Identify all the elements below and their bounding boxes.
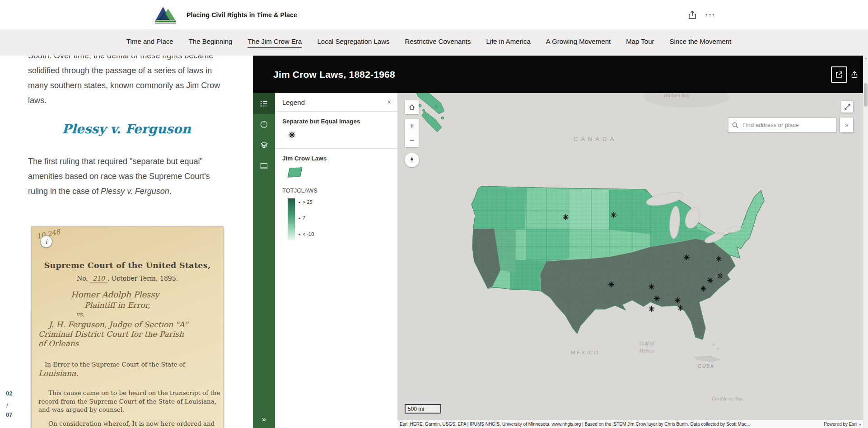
legend-tool-button[interactable]: [253, 93, 275, 114]
page-counter: 02 / 07: [6, 390, 12, 418]
document-petitioner: Homer Adolph Plessy: [71, 290, 159, 299]
more-options-button[interactable]: ···: [705, 11, 716, 19]
nav-tab-the-beginning[interactable]: The Beginning: [189, 38, 233, 48]
story-panel: South. Over time, the denial of these ri…: [0, 56, 253, 428]
map-panel: Jim Crow Laws, 1882-1968: [253, 56, 863, 428]
document-body-line: record from the Supreme Court of the Sta…: [38, 398, 216, 405]
separate-but-equal-marker[interactable]: [684, 254, 690, 260]
ramp-gradient-bar: [288, 198, 295, 240]
zoom-in-button[interactable]: +: [405, 119, 419, 133]
share-map-icon[interactable]: [851, 71, 858, 78]
gulf-of-mexico-label: Mexico: [639, 348, 654, 353]
map-search-box: [728, 118, 836, 132]
ramp-label-min: < -10: [303, 231, 314, 237]
image-info-button[interactable]: i: [40, 235, 52, 248]
compass-button[interactable]: [405, 153, 419, 167]
gulf-of-mexico-label: Gulf of: [639, 341, 655, 347]
attribution-expand-icon[interactable]: ▲: [859, 423, 862, 426]
basemap-icon: [260, 163, 268, 169]
nav-tab-map-tour[interactable]: Map Tour: [626, 38, 654, 48]
document-body-line: and was argued by counsel.: [38, 406, 124, 413]
home-icon: [408, 103, 415, 111]
page-divider: /: [6, 402, 12, 409]
map-header: Jim Crow Laws, 1882-1968: [253, 56, 863, 93]
nav-tab-time-and-place[interactable]: Time and Place: [126, 38, 173, 48]
ramp-tick-icon: ◄: [298, 201, 301, 204]
home-extent-button[interactable]: [405, 100, 419, 114]
legend-layer-laws: Jim Crow Laws: [282, 155, 390, 162]
zoom-controls: + −: [405, 119, 419, 147]
separate-but-equal-marker[interactable]: [649, 306, 654, 311]
legend-ramp-title: TOTJCLAWS: [282, 187, 390, 194]
legend-title: Legend: [282, 99, 305, 106]
info-icon: [260, 121, 268, 128]
page-scrollbar[interactable]: ▲: [863, 56, 868, 428]
document-vs: vs.: [76, 311, 84, 318]
powered-by-esri[interactable]: Powered by Esri: [824, 422, 857, 427]
separate-but-equal-marker[interactable]: [716, 255, 722, 261]
expand-sidebar-button[interactable]: »: [253, 415, 275, 423]
document-respondent-line: of Orleans: [38, 339, 79, 348]
page-current: 02: [6, 390, 12, 397]
legend-close-button[interactable]: ×: [387, 98, 392, 107]
scrollbar-up-arrow[interactable]: ▲: [863, 57, 868, 60]
layers-tool-button[interactable]: [253, 135, 275, 155]
separate-but-equal-marker[interactable]: [675, 297, 681, 303]
separate-but-equal-marker[interactable]: [654, 295, 660, 301]
ramp-tick-icon: ◄: [298, 216, 301, 220]
plessy-court-document-image[interactable]: 10,248 i Supreme Court of the United Sta…: [31, 226, 224, 428]
separate-but-equal-marker[interactable]: [649, 283, 654, 289]
search-expand-button[interactable]: »: [840, 118, 853, 132]
scalebar: 500 mi: [405, 404, 441, 414]
open-map-in-new-window-button[interactable]: [831, 66, 847, 83]
document-petitioner-role: Plaintiff in Error,: [84, 301, 150, 310]
document-in-error-line: Louisiana.: [38, 369, 79, 378]
legend-layer-images: Separate but Equal Images: [282, 118, 390, 125]
nav-tab-list: Time and PlaceThe BeginningThe Jim Crow …: [0, 38, 731, 48]
map-search-input[interactable]: [742, 121, 832, 129]
page-total: 07: [6, 411, 12, 418]
map-canvas[interactable]: Hudson Bay CANADA MÉXICO Gulf of Mexico …: [397, 93, 863, 428]
separate-but-equal-marker[interactable]: [611, 212, 616, 217]
top-header: Placing Civil Rights in Time & Place ···: [0, 0, 868, 30]
ramp-label-max: > 25: [303, 199, 313, 205]
map-body: » Legend × Separate but Equal Images: [253, 93, 863, 428]
separate-but-equal-marker[interactable]: [608, 281, 614, 287]
paragraph-text: .: [169, 187, 172, 196]
share-button[interactable]: [688, 10, 696, 19]
separate-but-equal-marker[interactable]: [563, 214, 569, 220]
measure-button[interactable]: [841, 101, 853, 113]
separate-but-equal-marker[interactable]: [717, 273, 723, 278]
document-respondent-line: J. H. Ferguson, Judge of Section "A": [49, 320, 188, 329]
nav-tab-a-growing-movement[interactable]: A Growing Movement: [546, 38, 611, 48]
jim-crow-laws-swatch: [288, 168, 303, 178]
scrollbar-thumb[interactable]: [864, 83, 868, 107]
nav-tab-the-jim-crow-era[interactable]: The Jim Crow Era: [247, 38, 302, 48]
info-tool-button[interactable]: [253, 114, 275, 135]
story-paragraph-plessy: The first ruling that required "separate…: [28, 154, 229, 199]
canada-label: CANADA: [574, 136, 617, 142]
layers-icon: [260, 141, 268, 149]
separate-but-equal-marker[interactable]: [707, 277, 713, 283]
separate-but-equal-marker[interactable]: [677, 305, 683, 310]
nav-tab-restrictive-covenants[interactable]: Restrictive Covenants: [405, 38, 471, 48]
attribution-text: Esri, HERE, Garmin, USGS, EPA | IPUMS NH…: [400, 422, 820, 427]
nav-tab-life-in-america[interactable]: Life in America: [486, 38, 530, 48]
zoom-out-button[interactable]: −: [405, 133, 419, 147]
nav-tab-local-segregation-laws[interactable]: Local Segregation Laws: [317, 38, 389, 48]
scalebar-label: 500 mi: [408, 406, 424, 412]
term-prefix: No.: [77, 275, 88, 282]
ramp-label-mid: 7: [303, 215, 305, 221]
document-body-line: On consideration whereof, It is now here…: [48, 420, 215, 427]
story-nav: Time and PlaceThe BeginningThe Jim Crow …: [0, 29, 868, 56]
storymap-app: Placing Civil Rights in Time & Place ···…: [0, 0, 868, 428]
document-term-line: No. 210, October Term, 1895.: [31, 275, 224, 282]
basemap-tool-button[interactable]: [253, 155, 275, 176]
basemap: Hudson Bay CANADA MÉXICO Gulf of Mexico …: [397, 93, 863, 428]
map-title: Jim Crow Laws, 1882-1968: [273, 69, 395, 80]
nav-tab-since-the-movement[interactable]: Since the Movement: [670, 38, 732, 48]
document-respondent-line: Criminal District Court for the Parish: [38, 329, 184, 339]
app-title: Placing Civil Rights in Time & Place: [187, 11, 297, 19]
separate-but-equal-marker[interactable]: [700, 285, 706, 291]
story-heading: Plessy v. Ferguson: [0, 122, 253, 136]
